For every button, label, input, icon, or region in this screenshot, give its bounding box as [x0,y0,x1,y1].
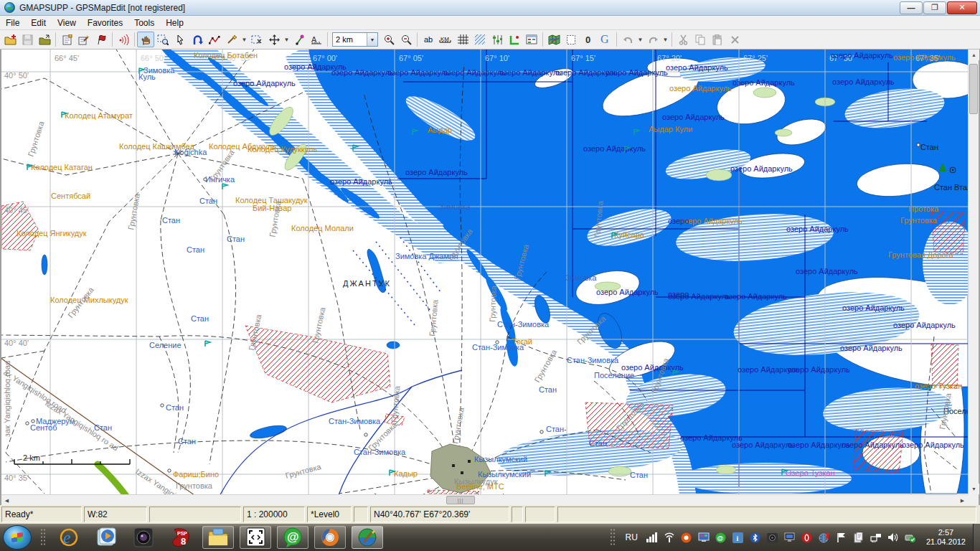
measure-button[interactable]: A [308,32,325,47]
taskbar-chromium[interactable] [314,526,346,549]
map-label: озеро Айдаркуль [387,68,450,77]
combo-arrow-icon[interactable]: ▼ [367,33,377,46]
desktop: GMAPSUPP - GPSMapEdit [not registered] —… [0,0,980,551]
tray-action-flag-icon[interactable] [835,531,848,544]
move-tool-dropdown[interactable]: ▼ [283,32,291,47]
map-label: озеро Айдаркуль [680,217,743,225]
redo-button[interactable] [644,32,661,47]
attach-node-button[interactable] [291,32,308,47]
select-tool-button[interactable] [171,32,189,47]
waypoints-button[interactable] [93,32,110,47]
delete-button[interactable] [726,32,743,47]
crop-tool-button[interactable] [248,32,265,47]
map-area: 2 km 66° 45'66° 50'66° 55'67° 00'67° 05'… [0,50,980,505]
tray-info-icon[interactable]: i [732,531,745,544]
copy-button[interactable] [692,32,709,47]
tray-wireless-icon[interactable] [663,531,676,544]
horizontal-scrollbar[interactable]: ◀ ||| ▶ [1,494,968,505]
zoom-in-button[interactable] [380,32,397,47]
paste-button[interactable] [709,32,726,47]
scroll-up-icon[interactable]: ▲ [969,50,979,60]
show-labels-button[interactable]: ab [420,32,437,47]
tray-bluetooth-icon[interactable] [749,531,762,544]
zoom-out-button[interactable] [397,32,415,47]
title-bar[interactable]: GMAPSUPP - GPSMapEdit [not registered] —… [0,0,980,16]
horizontal-scroll-thumb[interactable]: ||| [446,496,475,504]
scroll-right-icon[interactable]: ▶ [957,495,968,506]
clock-date: 21.04.2012 [926,537,966,547]
magic-tool-button[interactable] [223,32,240,47]
menu-view[interactable]: View [52,17,82,29]
map-canvas[interactable]: 2 km 66° 45'66° 50'66° 55'67° 00'67° 05'… [1,50,968,494]
gps-button[interactable] [115,32,132,47]
tray-volume-icon[interactable] [887,531,900,544]
menu-favorites[interactable]: Favorites [82,17,128,29]
menu-tools[interactable]: Tools [128,17,160,29]
tray-opera-icon[interactable] [801,531,814,544]
tray-mailru-icon[interactable]: @ [715,531,727,544]
address-index-button[interactable] [523,32,540,47]
trim-button[interactable] [506,32,523,47]
taskbar-clock[interactable]: 2:57 21.04.2012 [926,528,966,547]
scroll-down-icon[interactable]: ▼ [969,484,979,494]
language-indicator[interactable]: RU [626,532,638,542]
menu-help[interactable]: Help [160,17,189,29]
start-button[interactable] [3,525,32,550]
redo-dropdown[interactable]: ▼ [661,32,669,47]
show-hatch-button[interactable] [471,32,489,47]
tray-avira-icon[interactable] [680,531,693,544]
close-map-button[interactable] [36,32,53,47]
zoom-box-tool-button[interactable] [154,32,171,47]
move-tool-button[interactable] [265,32,283,47]
map-label: озеро Айдаркуль [893,321,956,329]
close-button[interactable]: ✕ [947,1,977,14]
tray-network-icon[interactable] [870,531,882,544]
scale-combobox[interactable]: 2 km ▼ [332,32,378,47]
graticule-label: 67° 05' [399,54,423,62]
vertical-scroll-thumb[interactable] [969,64,978,114]
export-map-button[interactable] [545,32,562,47]
open-map-button[interactable] [1,32,19,47]
show-desktop-button[interactable] [973,524,980,551]
tray-globe-alert-icon[interactable] [818,531,831,544]
map-label: Колодец Кудуккуль [248,145,317,154]
levels-button[interactable] [489,32,506,47]
taskbar-paint-shop-pro[interactable]: PSP8 [165,526,197,549]
restore-button[interactable]: ❐ [923,1,946,14]
undo-dropdown[interactable]: ▼ [636,32,644,47]
google-maps-button[interactable]: G [597,32,614,47]
taskbar-camera-app[interactable] [128,526,159,549]
cut-button[interactable] [674,32,692,47]
attachments-button[interactable]: 0 [580,32,597,47]
tray-signal-bars-icon[interactable] [646,531,659,544]
taskbar-gpsmapedit[interactable] [352,526,383,549]
new-page-button[interactable] [562,32,580,47]
map-label: Кадыр [394,469,418,478]
minimize-button[interactable]: — [900,1,923,14]
taskbar-mailru-agent[interactable]: @ [277,526,308,549]
trackback-button[interactable] [189,32,206,47]
pan-tool-button[interactable] [137,32,154,47]
taskbar-screen-capture[interactable] [240,526,271,549]
properties-button[interactable] [58,32,75,47]
magic-tool-dropdown[interactable]: ▼ [240,32,248,47]
taskbar-internet-explorer[interactable]: e [53,526,85,549]
undo-button[interactable] [619,32,636,47]
taskbar-media-player[interactable] [90,526,122,549]
svg-text:0: 0 [585,34,590,45]
vertical-scrollbar[interactable]: ▲ ▼ [968,50,979,494]
menu-edit[interactable]: Edit [25,17,52,29]
tray-monitor-icon[interactable] [783,531,796,544]
units-button[interactable]: KM [437,32,454,47]
tray-update-icon[interactable] [852,531,865,544]
tray-camera-icon[interactable] [766,531,779,544]
tray-display-icon[interactable] [697,531,710,544]
save-button[interactable] [19,32,36,47]
taskbar-explorer[interactable] [202,526,234,549]
draw-polyline-button[interactable] [206,32,223,47]
map-wizard-button[interactable] [75,32,93,47]
scroll-left-icon[interactable]: ◀ [1,495,12,506]
tray-safely-remove-icon[interactable] [904,531,917,544]
show-grid-button[interactable] [454,32,471,47]
menu-file[interactable]: File [0,17,25,29]
